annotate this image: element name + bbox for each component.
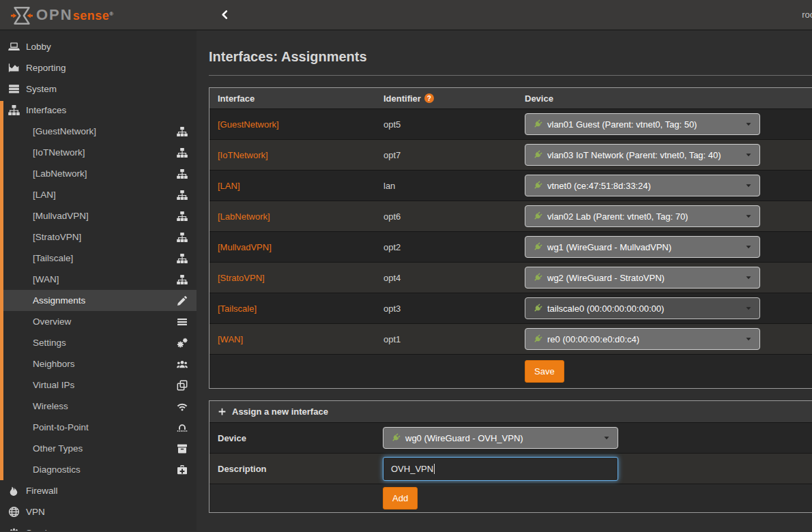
sidebar-subitem-label: Neighbors	[33, 359, 75, 369]
sidebar-navigation: LobbyReportingSystemInterfaces[GuestNetw…	[0, 31, 197, 531]
sidebar-item-wan[interactable]: [WAN]	[0, 269, 197, 290]
sidebar-expanded-section: Interfaces[GuestNetwork][IoTNetwork][Lab…	[0, 100, 197, 480]
sidebar-item-tailscale[interactable]: [Tailscale]	[0, 248, 197, 269]
sidebar-collapse-button[interactable]	[220, 10, 230, 20]
sidebar-subitem-label: [StratoVPN]	[33, 232, 81, 242]
sidebar-item-label: VPN	[26, 507, 45, 517]
sidebar-item-overview[interactable]: Overview	[0, 311, 197, 332]
sidebar-item-label: System	[26, 84, 57, 94]
sidebar-item-label: Services	[26, 528, 61, 531]
sidebar-subitem-label: Diagnostics	[33, 464, 81, 475]
interface-link[interactable]: [LabNetwork]	[218, 211, 270, 222]
sidebar-item-lan[interactable]: [LAN]	[0, 184, 197, 205]
sitemap-icon	[177, 232, 188, 243]
device-select[interactable]: re0 (00:00:00:e0:d0:c4)	[525, 328, 760, 350]
sidebar-subitem-label: [GuestNetwork]	[33, 126, 96, 136]
interface-link[interactable]: [LAN]	[218, 181, 240, 191]
assign-new-interface-header: Assign a new interface	[209, 401, 812, 422]
sidebar-item-guestnetwork[interactable]: [GuestNetwork]	[0, 121, 197, 142]
sitemap-icon	[177, 274, 188, 285]
identifier-help-icon[interactable]: ?	[424, 93, 434, 103]
sidebar-subitem-label: Point-to-Point	[33, 422, 89, 432]
device-select[interactable]: vlan03 IoT Network (Parent: vtnet0, Tag:…	[525, 144, 760, 166]
medkit-icon	[177, 464, 188, 475]
plug-icon	[532, 150, 542, 160]
interface-link[interactable]: [IoTNetwork]	[218, 150, 268, 160]
sidebar-item-lobby[interactable]: Lobby	[0, 36, 197, 57]
bridge-icon	[177, 422, 188, 433]
sidebar-item-labnetwork[interactable]: [LabNetwork]	[0, 163, 197, 184]
plug-icon	[532, 304, 542, 314]
cogs-icon	[177, 338, 188, 349]
new-device-select[interactable]: wg0 (WireGuard - OVH_VPN)	[383, 427, 618, 449]
identifier-value: opt1	[383, 334, 401, 344]
sidebar-item-settings[interactable]: Settings	[0, 332, 197, 353]
sidebar-subitem-label: Wireless	[33, 401, 68, 411]
sidebar-item-diagnostics[interactable]: Diagnostics	[0, 459, 197, 480]
sidebar-item-other-types[interactable]: Other Types	[0, 438, 197, 459]
pencil-icon	[177, 295, 188, 306]
sidebar-item-point-to-point[interactable]: Point-to-Point	[0, 417, 197, 438]
interface-link[interactable]: [MullvadVPN]	[218, 242, 272, 252]
device-select[interactable]: vlan01 Guest (Parent: vtnet0, Tag: 50)	[525, 113, 760, 135]
device-select[interactable]: wg1 (WireGuard - MullvadVPN)	[525, 236, 760, 258]
column-header-interface: Interface	[209, 93, 383, 104]
device-select[interactable]: vlan02 Lab (Parent: vtnet0, Tag: 70)	[525, 205, 760, 227]
sidebar-item-neighbors[interactable]: Neighbors	[0, 353, 197, 374]
device-selected-value: wg1 (WireGuard - MullvadVPN)	[547, 242, 671, 252]
sidebar-item-stratovpn[interactable]: [StratoVPN]	[0, 226, 197, 248]
sidebar-item-services[interactable]: Services	[0, 522, 197, 531]
sidebar-item-firewall[interactable]: Firewall	[0, 480, 197, 501]
caret-down-icon	[744, 181, 753, 190]
interface-link[interactable]: [WAN]	[218, 334, 243, 344]
sitemap-icon	[8, 104, 20, 116]
device-select[interactable]: tailscale0 (00:00:00:00:00:00)	[525, 297, 760, 319]
save-button[interactable]: Save	[525, 360, 564, 383]
sidebar-item-label: Firewall	[26, 486, 58, 496]
sidebar-item-mullvadvpn[interactable]: [MullvadVPN]	[0, 205, 197, 226]
sidebar-subitem-label: [MullvadVPN]	[33, 211, 89, 221]
device-form-row: Device wg0 (WireGuard - OVH_VPN)	[209, 422, 812, 453]
device-selected-value: vtnet0 (ce:47:51:8d:33:24)	[547, 181, 651, 191]
sidebar-item-system[interactable]: System	[0, 78, 197, 100]
description-input[interactable]: OVH_VPN	[383, 457, 618, 481]
device-label: Device	[209, 433, 383, 443]
sidebar-subitem-label: Settings	[33, 338, 66, 348]
interface-link[interactable]: [StratoVPN]	[218, 273, 265, 283]
interface-link[interactable]: [Tailscale]	[218, 304, 257, 314]
plus-icon	[218, 407, 227, 416]
table-header-row: Interface Identifier ? Device	[209, 88, 812, 108]
column-header-identifier-label: Identifier	[383, 93, 421, 104]
top-navigation-bar: OPNsense® roo	[0, 0, 812, 31]
caret-down-icon	[744, 274, 753, 282]
sidebar-item-wireless[interactable]: Wireless	[0, 396, 197, 417]
brand[interactable]: OPNsense®	[0, 5, 197, 25]
column-header-identifier: Identifier ?	[383, 93, 517, 104]
area-chart-icon	[8, 62, 20, 74]
device-select[interactable]: wg2 (WireGuard - StratoVPN)	[525, 267, 760, 289]
identifier-value: opt2	[383, 242, 401, 252]
interface-link[interactable]: [GuestNetwork]	[218, 119, 279, 130]
sidebar-item-interfaces[interactable]: Interfaces	[0, 100, 197, 121]
caret-down-icon	[744, 335, 753, 343]
assignment-row-labnetwork: [LabNetwork]opt6vlan02 Lab (Parent: vtne…	[209, 201, 812, 231]
opnsense-logo-icon	[11, 5, 33, 25]
logo-sense: sense	[73, 9, 110, 23]
add-button[interactable]: Add	[383, 487, 418, 509]
sidebar-item-iotnetwork[interactable]: [IoTNetwork]	[0, 142, 197, 163]
clone-icon	[177, 380, 188, 391]
title-divider	[209, 75, 812, 76]
sidebar-item-assignments[interactable]: Assignments	[0, 290, 197, 311]
users-icon	[177, 359, 188, 370]
sidebar-item-virtual-ips[interactable]: Virtual IPs	[0, 374, 197, 396]
sidebar-item-reporting[interactable]: Reporting	[0, 57, 197, 78]
gear-icon	[8, 527, 20, 531]
server-icon	[8, 83, 20, 95]
fire-icon	[8, 485, 20, 497]
caret-down-icon	[603, 434, 611, 442]
plug-icon	[532, 273, 542, 283]
sidebar-item-vpn[interactable]: VPN	[0, 501, 197, 522]
device-selected-value: vlan03 IoT Network (Parent: vtnet0, Tag:…	[547, 150, 721, 160]
opnsense-logo-text: OPNsense®	[36, 6, 114, 24]
device-select[interactable]: vtnet0 (ce:47:51:8d:33:24)	[525, 175, 760, 196]
